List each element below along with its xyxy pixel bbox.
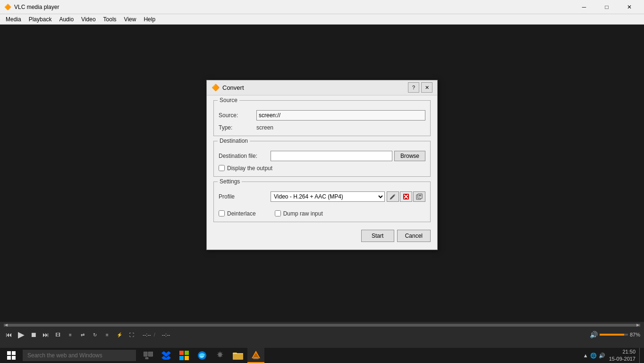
profile-row: Profile Video - H.264 + AAC (MP4) Video … bbox=[219, 191, 425, 202]
dropbox-app[interactable] bbox=[158, 348, 175, 363]
left-marker: ◀ bbox=[5, 323, 8, 327]
shuffle-button[interactable]: ⇄ bbox=[77, 329, 88, 340]
source-input[interactable] bbox=[256, 110, 425, 121]
clock-time: 21:50 bbox=[609, 348, 636, 355]
deinterlace-row: Deinterlace bbox=[219, 210, 256, 217]
menu-media[interactable]: Media bbox=[2, 15, 25, 24]
menu-audio[interactable]: Audio bbox=[55, 15, 77, 24]
settings-app[interactable] bbox=[212, 348, 229, 363]
time-total: --:-- bbox=[162, 332, 170, 337]
clock: 21:50 15-09-2017 bbox=[609, 348, 636, 363]
next-button[interactable]: ⏭ bbox=[41, 329, 51, 340]
time-elapsed: --:-- bbox=[143, 332, 151, 337]
show-desktop-button[interactable] bbox=[639, 348, 642, 363]
svg-rect-5 bbox=[419, 197, 420, 198]
taskview-icon bbox=[144, 352, 153, 359]
deinterlace-checkbox[interactable] bbox=[219, 210, 225, 216]
menu-help[interactable]: Help bbox=[140, 15, 159, 24]
effects-button[interactable]: ⚡ bbox=[114, 329, 125, 340]
source-group-title: Source bbox=[218, 97, 239, 104]
save-profile-button[interactable] bbox=[413, 191, 425, 202]
controls-row: ⏮ ▶ ⏹ ⏭ 🎞 ≡ ⇄ ↻ ≡ ⚡ ⛶ --:-- / --:-- 🔊 87… bbox=[4, 329, 640, 340]
browse-button[interactable]: Browse bbox=[394, 151, 425, 161]
svg-rect-7 bbox=[12, 351, 16, 355]
type-label: Type: bbox=[219, 124, 256, 131]
taskview-button[interactable] bbox=[140, 348, 157, 363]
source-label: Source: bbox=[219, 112, 256, 119]
progress-bar[interactable]: ◀ ▶ bbox=[4, 324, 640, 327]
close-window-button[interactable]: ✕ bbox=[619, 0, 640, 14]
minimize-button[interactable]: ─ bbox=[573, 0, 595, 14]
taskbar: ▲ 🌐 🔊 21:50 15-09-2017 bbox=[0, 348, 644, 363]
convert-dialog: 🔶 Convert ? ✕ Source Source: Type: scree… bbox=[206, 80, 438, 250]
fullscreen-button[interactable]: ⛶ bbox=[127, 329, 137, 340]
menu-playback[interactable]: Playback bbox=[25, 15, 56, 24]
time-separator: / bbox=[154, 332, 155, 337]
vlc-app[interactable] bbox=[247, 348, 264, 363]
playlist-button[interactable]: ≡ bbox=[102, 329, 112, 340]
dialog-body: Source Source: Type: screen Destination … bbox=[207, 95, 437, 250]
deinterlace-label: Deinterlace bbox=[227, 210, 256, 217]
sound-icon[interactable]: 🔊 bbox=[599, 353, 605, 359]
play-button[interactable]: ▶ bbox=[16, 329, 26, 340]
svg-rect-29 bbox=[253, 358, 259, 359]
windows-store-app[interactable] bbox=[176, 348, 193, 363]
menu-view[interactable]: View bbox=[120, 15, 140, 24]
dialog-help-button[interactable]: ? bbox=[408, 82, 419, 93]
taskbar-right: ▲ 🌐 🔊 21:50 15-09-2017 bbox=[583, 348, 642, 363]
clock-date: 15-09-2017 bbox=[609, 355, 636, 363]
source-group: Source Source: Type: screen bbox=[213, 100, 431, 136]
window-controls: ─ □ ✕ bbox=[573, 0, 640, 14]
svg-rect-6 bbox=[7, 351, 11, 355]
dump-raw-checkbox[interactable] bbox=[275, 210, 281, 216]
network-icon: 🌐 bbox=[590, 353, 597, 359]
stop-button[interactable]: ⏹ bbox=[28, 329, 39, 340]
maximize-button[interactable]: □ bbox=[596, 0, 618, 14]
volume-percentage: 87% bbox=[630, 332, 640, 337]
taskbar-search[interactable] bbox=[23, 350, 136, 361]
menu-bar: Media Playback Audio Video Tools View He… bbox=[0, 14, 644, 25]
destination-file-input[interactable] bbox=[271, 151, 392, 161]
start-button[interactable] bbox=[2, 348, 21, 363]
cancel-button[interactable]: Cancel bbox=[397, 230, 431, 242]
extended-settings-button[interactable]: ≡ bbox=[65, 329, 76, 340]
svg-rect-28 bbox=[254, 357, 258, 358]
start-button[interactable]: Start bbox=[361, 230, 394, 242]
dialog-icon: 🔶 bbox=[212, 84, 220, 91]
file-explorer-app[interactable] bbox=[229, 348, 246, 363]
dialog-title-bar: 🔶 Convert ? ✕ bbox=[207, 80, 437, 95]
dump-raw-label: Dump raw input bbox=[283, 210, 323, 217]
dropbox-icon bbox=[161, 351, 171, 360]
volume-area: 🔊 87% bbox=[590, 331, 640, 338]
dest-file-label: Destination file: bbox=[219, 153, 271, 159]
delete-profile-button[interactable] bbox=[400, 191, 412, 202]
dump-raw-row: Dump raw input bbox=[275, 210, 323, 217]
frame-step-button[interactable]: 🎞 bbox=[53, 329, 63, 340]
settings-group: Settings Profile Video - H.264 + AAC (MP… bbox=[213, 182, 431, 222]
prev-button[interactable]: ⏮ bbox=[4, 329, 14, 340]
destination-group-title: Destination bbox=[218, 138, 250, 144]
edge-browser-app[interactable] bbox=[194, 348, 211, 363]
edge-icon bbox=[197, 351, 207, 360]
svg-rect-4 bbox=[419, 196, 421, 197]
settings-group-title: Settings bbox=[218, 178, 242, 185]
svg-rect-9 bbox=[12, 356, 16, 360]
type-row: Type: screen bbox=[219, 124, 425, 131]
source-row: Source: bbox=[219, 110, 425, 121]
file-explorer-icon bbox=[233, 351, 243, 360]
volume-bar[interactable] bbox=[600, 334, 628, 336]
svg-rect-21 bbox=[179, 356, 184, 360]
svg-rect-3 bbox=[419, 195, 421, 196]
menu-video[interactable]: Video bbox=[77, 15, 99, 24]
display-output-checkbox[interactable] bbox=[219, 165, 225, 171]
display-output-label: Display the output bbox=[227, 165, 272, 172]
dialog-close-button[interactable]: ✕ bbox=[421, 82, 432, 93]
windows-logo-icon bbox=[7, 351, 16, 360]
svg-rect-10 bbox=[144, 352, 147, 356]
menu-tools[interactable]: Tools bbox=[100, 15, 120, 24]
profile-select[interactable]: Video - H.264 + AAC (MP4) Video - H.265 … bbox=[271, 191, 385, 202]
tray-arrow[interactable]: ▲ bbox=[583, 353, 588, 358]
svg-rect-19 bbox=[179, 351, 184, 355]
repeat-button[interactable]: ↻ bbox=[90, 329, 100, 340]
edit-profile-button[interactable] bbox=[387, 191, 399, 202]
